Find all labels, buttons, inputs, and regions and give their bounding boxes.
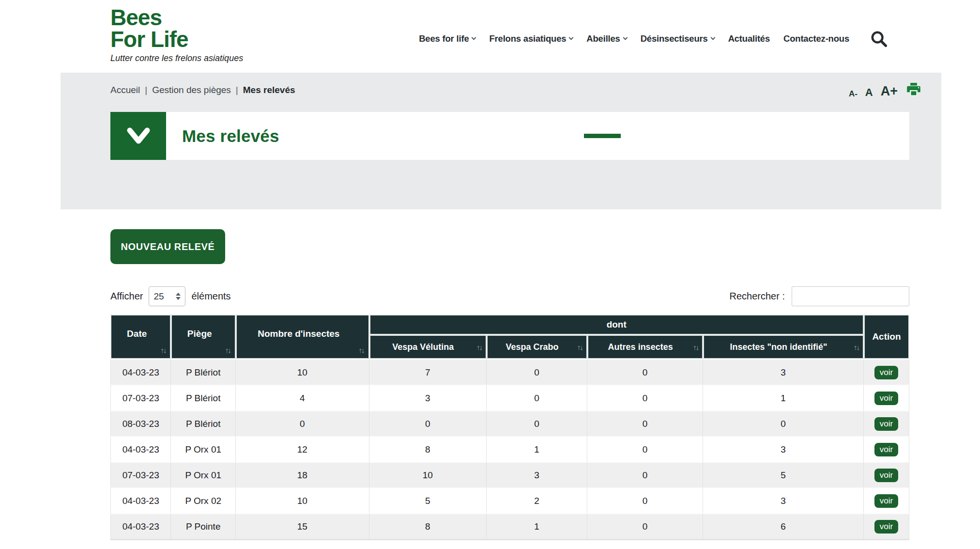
voir-button[interactable]: voir: [874, 417, 898, 431]
voir-button[interactable]: voir: [874, 366, 898, 379]
cell-piege: P Pointe: [171, 513, 236, 539]
breadcrumb-current: Mes relevés: [243, 85, 295, 95]
column-header-autres-insectes[interactable]: Autres insectes ↑↓: [587, 335, 703, 359]
chevron-down-icon: [623, 35, 628, 40]
main-nav: Bees for lifeFrelons asiatiquesAbeillesD…: [419, 29, 849, 48]
cell-piege: P Orx 01: [171, 436, 236, 462]
cell-non-identifie: 6: [703, 513, 864, 539]
cell-date: 04-03-23: [110, 359, 171, 385]
sort-icon[interactable]: ↑↓: [476, 343, 482, 351]
search-icon[interactable]: [869, 29, 888, 50]
voir-button[interactable]: voir: [874, 469, 898, 482]
column-header-action: Action: [864, 314, 909, 359]
main-content: NOUVEAU RELEVÉ Afficher 25 éléments Rech…: [0, 229, 980, 540]
page-title-band: Mes relevés: [110, 112, 909, 160]
cell-vespa-crabo: 3: [487, 462, 587, 487]
table-row: 07-03-23P Blériot43001voir: [110, 385, 909, 410]
column-header-vespa-crabo[interactable]: Vespa Crabo ↑↓: [487, 335, 587, 359]
table-row: 04-03-23P Blériot107003voir: [110, 359, 909, 385]
nav-item-label: Abeilles: [586, 33, 620, 44]
title-collapse-toggle[interactable]: [110, 112, 166, 160]
voir-button[interactable]: voir: [874, 494, 898, 508]
cell-autres: 0: [587, 410, 703, 436]
breadcrumb-link-gestion-des-pieges[interactable]: Gestion des pièges: [152, 85, 231, 95]
cell-vespa-crabo: 2: [487, 487, 587, 513]
breadcrumb-link-accueil[interactable]: Accueil: [110, 85, 140, 95]
font-size-controls: A- A A+: [849, 82, 921, 98]
font-increase-button[interactable]: A+: [881, 85, 898, 98]
sort-icon[interactable]: ↑↓: [577, 343, 582, 351]
sort-icon[interactable]: ↑↓: [160, 346, 166, 354]
sort-icon[interactable]: ↑↓: [225, 346, 230, 354]
cell-vespa-velutina: 8: [369, 513, 487, 539]
page-size-control: Afficher 25 éléments: [110, 286, 231, 306]
sort-icon[interactable]: ↑↓: [693, 343, 698, 351]
releves-table: Date ↑↓ Piège ↑↓ Nombre d'insectes ↑↓ do…: [110, 314, 909, 540]
cell-autres: 0: [587, 513, 703, 539]
voir-button[interactable]: voir: [874, 520, 898, 533]
table-search-input[interactable]: [792, 286, 909, 306]
cell-action: voir: [864, 462, 909, 487]
nav-item-label: Contactez-nous: [783, 33, 849, 44]
cell-total: 12: [236, 436, 369, 462]
sort-icon[interactable]: ↑↓: [854, 343, 859, 351]
table-row: 04-03-23P Orx 02105203voir: [110, 487, 909, 513]
cell-total: 18: [236, 462, 369, 487]
sort-icon[interactable]: ↑↓: [359, 346, 364, 354]
printer-icon[interactable]: [906, 82, 921, 98]
nav-item-label: Frelons asiatiques: [489, 33, 566, 44]
cell-total: 10: [236, 487, 369, 513]
nav-item-bees-for-life[interactable]: Bees for life: [419, 33, 475, 44]
page-size-value: 25: [153, 291, 164, 302]
table-row: 08-03-23P Blériot00000voir: [110, 410, 909, 436]
font-normal-button[interactable]: A: [865, 87, 873, 98]
voir-button[interactable]: voir: [874, 392, 898, 405]
up-down-arrows-icon: [176, 293, 181, 300]
nav-item-frelons-asiatiques[interactable]: Frelons asiatiques: [489, 33, 573, 44]
cell-non-identifie: 3: [703, 487, 864, 513]
breadcrumb-separator: |: [145, 85, 147, 95]
logo-text-line1: Bees: [110, 7, 243, 29]
cell-vespa-crabo: 0: [487, 410, 587, 436]
cell-autres: 0: [587, 487, 703, 513]
cell-vespa-crabo: 1: [487, 513, 587, 539]
cell-vespa-crabo: 1: [487, 436, 587, 462]
cell-piege: P Blériot: [171, 410, 236, 436]
column-header-date[interactable]: Date ↑↓: [110, 314, 171, 359]
nouveau-releve-button[interactable]: NOUVEAU RELEVÉ: [110, 229, 225, 264]
site-logo[interactable]: Bees For Life Lutter contre les frelons …: [110, 7, 243, 63]
page-title: Mes relevés: [182, 126, 279, 146]
column-header-vespa-velutina[interactable]: Vespa Vélutina ↑↓: [369, 335, 487, 359]
cell-action: voir: [864, 513, 909, 539]
cell-total: 10: [236, 359, 369, 385]
nav-item-label: Bees for life: [419, 33, 469, 44]
cell-autres: 0: [587, 436, 703, 462]
table-search-control: Rechercher :: [730, 286, 910, 306]
column-header-piege[interactable]: Piège ↑↓: [171, 314, 236, 359]
font-decrease-button[interactable]: A-: [849, 90, 858, 98]
page-size-select[interactable]: 25: [149, 286, 185, 306]
table-row: 04-03-23P Pointe158106voir: [110, 513, 909, 539]
cell-vespa-velutina: 5: [369, 487, 487, 513]
cell-autres: 0: [587, 385, 703, 410]
nav-item-d-sinsectiseurs[interactable]: Désinsectiseurs: [641, 33, 715, 44]
nav-item-actualit-s[interactable]: Actualités: [728, 33, 770, 44]
cell-piege: P Orx 01: [171, 462, 236, 487]
table-body: 04-03-23P Blériot107003voir07-03-23P Blé…: [110, 359, 909, 539]
column-header-insectes-non-identifie[interactable]: Insectes "non identifié" ↑↓: [703, 335, 864, 359]
chevron-down-icon: [126, 127, 151, 145]
logo-text-line2: For Life: [110, 29, 243, 50]
cell-non-identifie: 1: [703, 385, 864, 410]
cell-autres: 0: [587, 462, 703, 487]
cell-vespa-velutina: 0: [369, 410, 487, 436]
cell-autres: 0: [587, 359, 703, 385]
nav-item-label: Désinsectiseurs: [641, 33, 708, 44]
site-header: Bees For Life Lutter contre les frelons …: [0, 0, 980, 73]
cell-action: voir: [864, 410, 909, 436]
cell-vespa-velutina: 8: [369, 436, 487, 462]
table-controls: Afficher 25 éléments Rechercher :: [110, 286, 909, 306]
nav-item-contactez-nous[interactable]: Contactez-nous: [783, 33, 849, 44]
voir-button[interactable]: voir: [874, 443, 898, 456]
column-header-nombre-insectes[interactable]: Nombre d'insectes ↑↓: [236, 314, 369, 359]
nav-item-abeilles[interactable]: Abeilles: [586, 33, 627, 44]
